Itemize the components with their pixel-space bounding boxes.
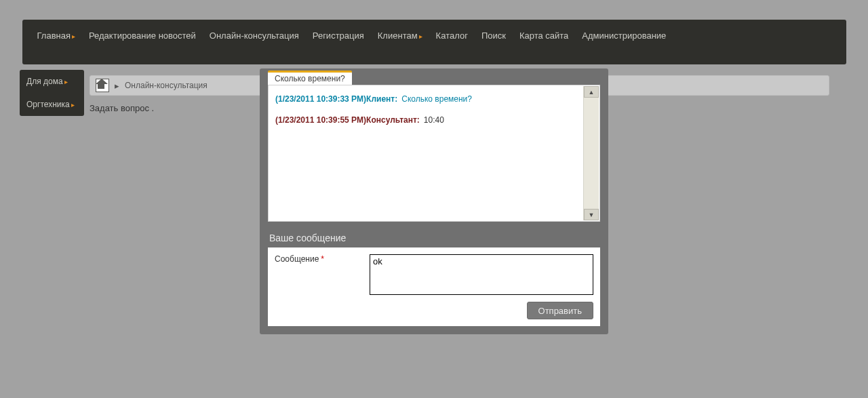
breadcrumb-current: Онлайн-консультация [125,81,208,90]
nav-label: Администрирование [582,31,666,41]
chevron-right-icon: ▸ [71,101,75,108]
nav-label: Онлайн-консультация [210,31,299,41]
scroll-up-icon[interactable]: ▲ [584,86,599,98]
nav-sitemap[interactable]: Карта сайта [513,31,575,41]
message-timestamp: (1/23/2011 10:39:55 PM) [275,115,366,125]
send-button[interactable]: Отправить [527,302,593,319]
form-section-title: Ваше сообщение [269,233,600,243]
message-label: Сообщение* [275,254,370,264]
message-author: Консультант: [366,115,420,125]
nav-home[interactable]: Главная▸ [31,31,82,41]
message-input[interactable] [370,254,593,295]
ask-question-link[interactable]: Задать вопрос . [90,103,154,113]
sidebar-item-label: Для дома [26,77,63,86]
nav-registration[interactable]: Регистрация [306,31,371,41]
message-timestamp: (1/23/2011 10:39:33 PM) [275,94,366,104]
chevron-right-icon: ▸ [115,81,119,91]
nav-clients[interactable]: Клиентам▸ [371,31,429,41]
nav-label: Редактирование новостей [89,31,196,41]
nav-edit-news[interactable]: Редактирование новостей [82,31,203,41]
chat-history: (1/23/2011 10:39:33 PM)Клиент:Сколько вр… [268,85,600,222]
nav-label: Регистрация [313,31,364,41]
nav-label: Каталог [436,31,468,41]
sidebar-item-home-goods[interactable]: Для дома▸ [20,70,84,93]
modal-tab-label: Сколько времени? [275,74,345,83]
nav-online-consult[interactable]: Онлайн-консультация [203,31,306,41]
message-text: Сколько времени? [401,94,472,104]
nav-label: Клиентам [378,31,418,41]
chevron-right-icon: ▸ [64,78,68,85]
nav-label: Главная [37,31,71,41]
sidebar-item-label: Оргтехника [26,100,70,109]
top-nav: Главная▸ Редактирование новостей Онлайн-… [22,20,846,64]
home-icon[interactable] [96,79,109,92]
send-button-label: Отправить [538,306,582,316]
scrollbar[interactable]: ▲ ▼ [583,86,599,220]
nav-search[interactable]: Поиск [475,31,513,41]
sidebar-item-office-tech[interactable]: Оргтехника▸ [20,93,84,116]
sidebar: Для дома▸ Оргтехника▸ [20,70,84,116]
nav-catalog[interactable]: Каталог [429,31,475,41]
nav-admin[interactable]: Администрирование [575,31,673,41]
scroll-down-icon[interactable]: ▼ [584,209,599,220]
chat-message: (1/23/2011 10:39:33 PM)Клиент:Сколько вр… [275,94,576,105]
message-author: Клиент: [366,94,397,104]
nav-label: Поиск [481,31,506,41]
required-mark: * [321,254,324,264]
chat-message: (1/23/2011 10:39:55 PM)Консультант:10:40 [275,115,576,126]
chevron-right-icon: ▸ [72,33,75,40]
chevron-right-icon: ▸ [419,33,422,40]
message-form: Сообщение* Отправить [268,247,600,326]
chat-modal: Сколько времени? (1/23/2011 10:39:33 PM)… [260,68,608,334]
nav-label: Карта сайта [519,31,568,41]
message-text: 10:40 [424,115,444,125]
